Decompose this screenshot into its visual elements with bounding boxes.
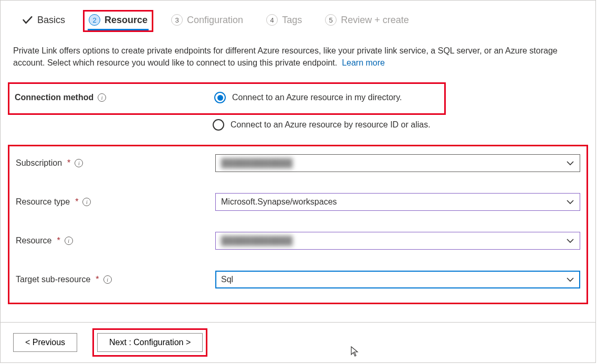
field-label: Resource type xyxy=(16,197,70,207)
connection-option-2-row: Connect to an Azure resource by resource… xyxy=(8,115,588,137)
info-icon[interactable]: i xyxy=(82,198,91,206)
connection-option-1-cell: Connect to an Azure resource in my direc… xyxy=(214,90,439,105)
resource-fields-highlight: Subscription * i ████████████ Resource t… xyxy=(8,145,588,304)
select-value: Sql xyxy=(221,275,233,284)
tab-label: Resource xyxy=(104,15,148,26)
radio-connect-resource-id[interactable]: Connect to an Azure resource by resource… xyxy=(213,117,583,133)
tab-label: Tags xyxy=(282,15,302,26)
description-text: Private Link offers options to create pr… xyxy=(13,46,558,67)
tab-tags[interactable]: 4 Tags xyxy=(261,10,307,32)
resource-step-description: Private Link offers options to create pr… xyxy=(1,32,595,69)
required-marker: * xyxy=(57,236,60,245)
info-icon[interactable]: i xyxy=(103,275,112,284)
learn-more-link[interactable]: Learn more xyxy=(342,58,385,67)
step-number: 5 xyxy=(325,14,337,26)
target-sub-resource-row: Target sub-resource * i Sql xyxy=(11,266,585,293)
field-label: Subscription xyxy=(16,158,62,168)
wizard-tabs: Basics 2 Resource 3 Configuration 4 Tags… xyxy=(1,1,595,32)
resource-label-cell: Resource * i xyxy=(16,236,215,245)
resource-type-ctrl: Microsoft.Synapse/workspaces xyxy=(215,193,580,211)
required-marker: * xyxy=(67,158,70,168)
target-sub-resource-ctrl: Sql xyxy=(215,271,580,288)
required-marker: * xyxy=(96,275,99,284)
chevron-down-icon xyxy=(566,275,574,284)
subscription-select[interactable]: ████████████ xyxy=(215,154,580,172)
info-icon[interactable]: i xyxy=(98,93,106,102)
private-endpoint-wizard: Basics 2 Resource 3 Configuration 4 Tags… xyxy=(0,0,596,363)
select-value: ████████████ xyxy=(221,236,292,245)
resource-select[interactable]: ████████████ xyxy=(215,232,580,250)
resource-row: Resource * i ████████████ xyxy=(11,227,585,254)
previous-button[interactable]: < Previous xyxy=(13,333,77,352)
radio-button-icon xyxy=(214,92,226,103)
tab-basics[interactable]: Basics xyxy=(16,10,70,32)
required-marker: * xyxy=(75,197,78,207)
tab-resource[interactable]: 2 Resource xyxy=(83,10,153,32)
next-configuration-button[interactable]: Next : Configuration > xyxy=(97,333,203,352)
resource-type-row: Resource type * i Microsoft.Synapse/work… xyxy=(11,188,585,216)
step-number: 3 xyxy=(171,14,183,26)
radio-connect-directory[interactable]: Connect to an Azure resource in my direc… xyxy=(214,90,439,105)
step-number: 4 xyxy=(266,14,278,26)
subscription-row: Subscription * i ████████████ xyxy=(11,149,585,177)
wizard-footer: < Previous Next : Configuration > xyxy=(1,322,595,362)
cursor-icon xyxy=(350,346,360,357)
chevron-down-icon xyxy=(566,237,574,245)
radio-label: Connect to an Azure resource in my direc… xyxy=(232,93,402,102)
field-label: Resource xyxy=(16,236,51,245)
resource-form: Connection method i Connect to an Azure … xyxy=(1,69,595,304)
info-icon[interactable]: i xyxy=(75,159,83,167)
connection-method-highlight: Connection method i Connect to an Azure … xyxy=(8,82,446,115)
tab-configuration[interactable]: 3 Configuration xyxy=(166,10,248,32)
checkmark-icon xyxy=(22,14,33,26)
select-value: Microsoft.Synapse/workspaces xyxy=(221,197,337,207)
resource-type-label-cell: Resource type * i xyxy=(16,197,215,207)
field-label: Connection method xyxy=(15,93,93,102)
radio-label: Connect to an Azure resource by resource… xyxy=(231,120,431,130)
step-number: 2 xyxy=(89,14,100,26)
connection-method-row: Connection method i Connect to an Azure … xyxy=(9,85,444,110)
subscription-label-cell: Subscription * i xyxy=(16,158,215,168)
tab-label: Basics xyxy=(37,15,65,26)
tab-review-create[interactable]: 5 Review + create xyxy=(320,10,414,32)
info-icon[interactable]: i xyxy=(65,237,73,245)
subscription-ctrl: ████████████ xyxy=(215,154,580,172)
tab-label: Configuration xyxy=(187,15,243,26)
field-label: Target sub-resource xyxy=(16,275,90,284)
tab-label: Review + create xyxy=(341,15,409,26)
target-sub-resource-label-cell: Target sub-resource * i xyxy=(16,275,215,284)
radio-button-icon xyxy=(213,119,224,131)
resource-ctrl: ████████████ xyxy=(215,232,580,250)
resource-type-select[interactable]: Microsoft.Synapse/workspaces xyxy=(215,193,580,211)
chevron-down-icon xyxy=(566,198,574,206)
connection-method-label-cell: Connection method i xyxy=(15,93,214,102)
chevron-down-icon xyxy=(566,159,574,167)
target-sub-resource-select[interactable]: Sql xyxy=(215,271,580,288)
select-value: ████████████ xyxy=(221,158,292,168)
